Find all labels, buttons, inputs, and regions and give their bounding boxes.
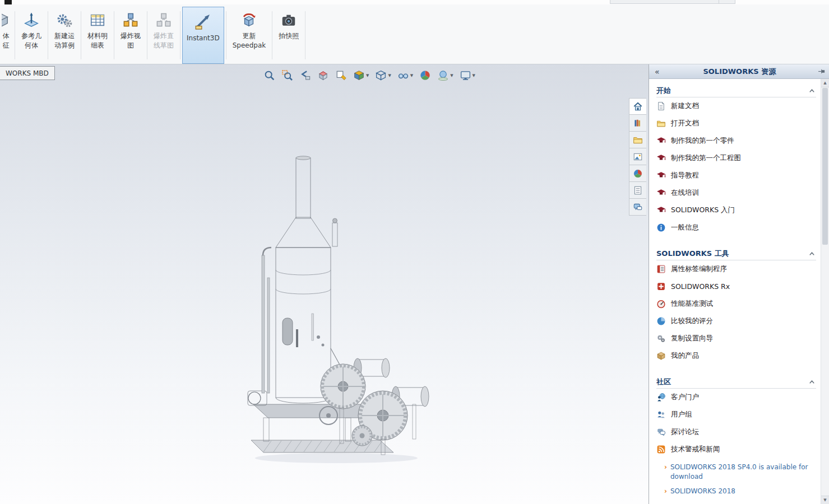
pin-icon [817, 67, 826, 76]
home-icon [633, 101, 643, 111]
item-online-training[interactable]: 在线培训 [656, 184, 817, 202]
apply-scene-button[interactable]: ▼ [436, 68, 454, 82]
taskpane-tab-solidworks-resources[interactable] [629, 98, 646, 115]
assembly-features-button[interactable]: 体 征 [0, 7, 13, 64]
graduation-cap-icon [656, 188, 666, 198]
graphics-viewport[interactable]: WORKS MBD ▼ ▼ ▼ ▼ ▼ [0, 64, 649, 504]
copy-settings-gears-icon [656, 334, 666, 343]
reference-geometry-icon [23, 12, 40, 29]
take-snapshot-button[interactable]: 拍快照 [274, 7, 303, 64]
camera-icon [280, 12, 297, 29]
hide-show-items-button[interactable]: ▼ [396, 68, 414, 82]
command-manager-ribbon: 体 征 参考几 何体 新建运 动算例 材料明 细表 爆炸视 图 爆炸直 线草图 … [0, 4, 829, 64]
section-start-header[interactable]: 开始 [656, 85, 816, 97]
window-menu-fragment [4, 0, 12, 4]
pin-pane-button[interactable] [817, 67, 826, 76]
bill-of-materials-icon [89, 12, 106, 29]
collapse-pane-button[interactable]: « [652, 67, 662, 76]
scroll-up-arrow-icon[interactable]: ▲ [821, 79, 829, 87]
folder-icon [633, 135, 643, 145]
item-open-document[interactable]: 打开文档 [656, 115, 817, 132]
task-pane-title: SOLIDWORKS 资源 [662, 67, 817, 77]
item-performance-benchmark[interactable]: 性能基准测试 [656, 295, 817, 312]
chevron-up-icon[interactable] [808, 250, 816, 258]
graduation-cap-icon [656, 153, 666, 163]
news-link-sp40[interactable]: › SOLIDWORKS 2018 SP4.0 is available for… [664, 463, 812, 482]
item-solidworks-rx[interactable]: SOLIDWORKS Rx [656, 278, 817, 295]
item-copy-settings-wizard[interactable]: 复制设置向导 [656, 330, 817, 347]
view-settings-icon [460, 69, 471, 81]
scrollbar-thumb[interactable] [822, 88, 828, 245]
zoom-to-area-button[interactable] [280, 68, 294, 82]
item-tutorials[interactable]: 指导教程 [656, 167, 817, 184]
bill-of-materials-button[interactable]: 材料明 细表 [83, 7, 112, 64]
item-compare-my-score[interactable]: 比较我的评分 [656, 312, 817, 330]
my-products-box-icon [656, 351, 666, 361]
view-orientation-button[interactable]: ▼ [352, 68, 370, 82]
taskpane-tab-view-palette[interactable] [629, 148, 646, 165]
item-user-groups[interactable]: 用户组 [656, 406, 817, 423]
solidworks-rx-icon [656, 282, 666, 291]
update-speedpak-button[interactable]: 更新 Speedpak [228, 7, 271, 64]
item-new-document[interactable]: 新建文档 [656, 97, 817, 115]
item-customer-portal[interactable]: 客户门户 [656, 389, 817, 406]
ribbon-separator [272, 11, 272, 59]
exploded-view-icon [122, 12, 139, 29]
model-steam-engine[interactable] [247, 151, 443, 465]
explode-line-sketch-button: 爆炸直 线草图 [149, 7, 178, 64]
chevron-down-icon: ▼ [473, 73, 475, 78]
info-icon [656, 223, 666, 232]
item-general-information[interactable]: 一般信息 [656, 219, 817, 236]
taskpane-tab-file-explorer[interactable] [629, 132, 646, 148]
open-document-icon [656, 119, 666, 128]
item-my-products[interactable]: 我的产品 [656, 347, 817, 365]
view-palette-icon [633, 152, 643, 162]
item-discussion-forum[interactable]: 探讨论坛 [656, 423, 817, 441]
panel-scrollbar[interactable]: ▲ ▼ [821, 79, 829, 504]
section-tools-header[interactable]: SOLIDWORKS 工具 [656, 248, 816, 260]
ribbon-separator [81, 11, 81, 59]
properties-list-icon [633, 185, 643, 195]
item-property-tab-builder[interactable]: 属性标签编制程序 [656, 260, 817, 278]
chevron-up-icon[interactable] [808, 87, 816, 95]
new-motion-study-button[interactable]: 新建运 动算例 [50, 7, 79, 64]
zoom-to-area-icon [281, 69, 293, 81]
annotation-views-button[interactable] [334, 68, 348, 82]
view-settings-button[interactable]: ▼ [459, 68, 476, 82]
previous-view-button[interactable] [298, 68, 312, 82]
scroll-down-arrow-icon[interactable]: ▼ [821, 496, 829, 504]
ribbon-separator [226, 11, 226, 59]
exploded-view-button[interactable]: 爆炸视 图 [116, 7, 145, 64]
rss-icon [656, 445, 666, 454]
graduation-cap-icon [656, 206, 666, 215]
heads-up-view-toolbar: ▼ ▼ ▼ ▼ ▼ [262, 68, 476, 82]
item-introducing-solidworks[interactable]: SOLIDWORKS 入门 [656, 202, 817, 219]
commandmanager-tab-solidworks-mbd[interactable]: WORKS MBD [0, 66, 55, 80]
reference-geometry-button[interactable]: 参考几 何体 [17, 7, 46, 64]
ribbon-separator [305, 11, 305, 59]
item-make-first-part[interactable]: 制作我的第一个零件 [656, 132, 817, 150]
display-style-button[interactable]: ▼ [374, 68, 392, 82]
instant3d-icon [193, 12, 212, 31]
item-technical-alerts-news[interactable]: 技术警戒和新闻 [656, 441, 817, 458]
taskpane-tab-design-library[interactable] [629, 115, 646, 132]
news-link-clipped[interactable]: › SOLIDWORKS 2018 [664, 487, 812, 496]
edit-appearance-icon [419, 69, 431, 81]
ribbon-separator [48, 11, 48, 59]
item-make-first-drawing[interactable]: 制作我的第一个工程图 [656, 150, 817, 167]
customer-portal-icon [656, 393, 666, 402]
chevron-up-icon[interactable] [808, 378, 816, 386]
discussion-forum-icon [656, 427, 666, 437]
taskpane-tab-appearances-scenes[interactable] [629, 165, 646, 182]
edit-appearance-button[interactable] [418, 68, 432, 82]
section-tools: SOLIDWORKS 工具 属性标签编制程序 SOLIDWORKS Rx 性能基… [656, 248, 817, 365]
zoom-to-fit-button[interactable] [262, 68, 276, 82]
section-community-header[interactable]: 社区 [656, 376, 816, 389]
task-pane-header: « SOLIDWORKS 资源 [649, 64, 829, 79]
taskpane-tab-custom-properties[interactable] [629, 182, 646, 199]
section-view-icon [317, 69, 329, 81]
instant3d-button[interactable]: Instant3D [182, 7, 224, 64]
taskpane-tab-solidworks-forum[interactable] [629, 199, 646, 216]
section-view-button[interactable] [316, 68, 330, 82]
apply-scene-icon [437, 69, 449, 81]
